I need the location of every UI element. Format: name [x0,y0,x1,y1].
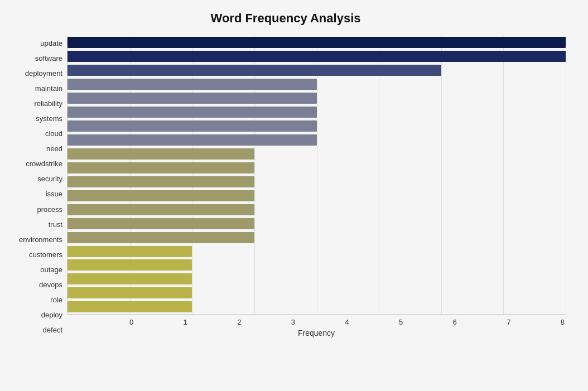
x-tick: 3 [291,318,295,326]
bar-row [68,272,566,286]
y-label: environments [6,232,62,247]
y-label: issue [6,187,62,201]
bar-row [68,105,566,119]
y-label: outage [6,262,62,277]
bar-row [68,300,566,313]
bar-row [68,91,566,105]
x-tick: 0 [129,318,133,326]
y-label: trust [6,217,62,231]
y-label: cloud [6,127,62,141]
bar [68,176,254,187]
y-label: deployment [6,66,62,81]
x-tick: 8 [561,318,565,326]
bar-row [68,175,566,189]
y-label: software [6,51,62,66]
bar [68,134,317,146]
bar [68,65,441,76]
bar [68,301,192,312]
bar [68,273,192,284]
y-label: maintain [6,81,62,96]
chart-body: updatesoftwaredeploymentmaintainreliabil… [6,36,566,337]
x-tick: 6 [453,318,457,326]
bar [68,93,317,104]
y-label: deploy [6,307,62,322]
x-axis-label: Frequency [67,329,566,337]
x-tick: 4 [345,318,349,326]
bar-row [68,231,566,244]
bar [68,246,192,257]
bar-row [68,203,566,216]
bar [68,259,192,271]
bar [68,107,317,118]
grid-line [566,36,566,314]
y-label: systems [6,112,62,126]
y-label: defect [6,322,62,337]
bar-row [68,161,566,175]
y-label: customers [6,247,62,262]
y-label: devops [6,277,62,292]
bar [68,79,317,90]
bar [68,148,254,160]
x-tick: 5 [399,318,403,326]
bar-row [68,286,566,300]
bar [68,162,254,173]
x-tick: 1 [184,318,187,326]
bar-row [68,147,566,161]
chart-container: Word Frequency Analysis updatesoftwarede… [0,0,588,391]
bar-row [68,217,566,230]
bar [68,51,566,62]
bars-area [67,36,566,315]
y-label: need [6,142,62,156]
y-label: role [6,292,62,307]
bar [68,204,254,215]
bar-row [68,50,566,63]
chart-title: Word Frequency Analysis [6,11,566,26]
bar-row [68,133,566,147]
bar-row [68,78,566,91]
x-tick: 7 [507,318,510,326]
y-label: security [6,172,62,186]
x-axis: 012345678 [67,318,566,326]
bar [68,190,254,201]
y-axis: updatesoftwaredeploymentmaintainreliabil… [6,36,67,337]
bar-row [68,64,566,77]
bar-row [68,36,566,49]
bar [68,218,254,229]
bar-row [68,258,566,272]
y-label: process [6,202,62,216]
bar [68,232,254,243]
bar-row [68,119,566,133]
x-tick: 2 [237,318,241,326]
y-label: reliability [6,96,62,111]
bar [68,287,192,298]
y-label: crowdstrike [6,157,62,171]
y-label: update [6,36,62,51]
bar [68,37,566,48]
bar [68,120,317,132]
bar-row [68,245,566,258]
bar-row [68,189,566,202]
